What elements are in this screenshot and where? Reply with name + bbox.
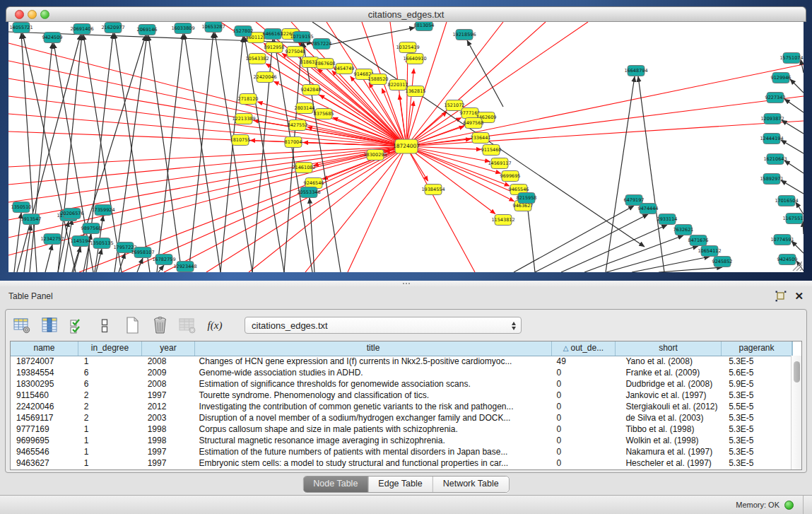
table-cell[interactable]: de Silva et al. (2003): [614, 412, 720, 424]
graph-node[interactable]: 9227343: [765, 93, 786, 103]
graph-node[interactable]: 9897568: [81, 223, 102, 234]
table-cell[interactable]: Jankovic et al. (1997): [614, 390, 720, 401]
table-cell[interactable]: 0: [551, 457, 615, 469]
graph-node[interactable]: 15892971: [760, 174, 783, 185]
column-header-out-degree[interactable]: △out_de...: [552, 341, 616, 356]
graph-node[interactable]: 16782759: [152, 255, 175, 265]
table-selector-dropdown[interactable]: citations_edges.txt: [245, 317, 522, 334]
graph-node[interactable]: 2867608: [315, 59, 336, 69]
graph-node[interactable]: 8375685: [314, 109, 334, 119]
close-panel-icon[interactable]: ✕: [794, 290, 804, 303]
graph-node[interactable]: 9699695: [500, 171, 521, 182]
graph-node[interactable]: 14569117: [488, 158, 511, 169]
table-cell[interactable]: Corpus callosum shape and size in male p…: [195, 424, 551, 435]
table-row[interactable]: 977716911998Corpus callosum shape and si…: [11, 424, 791, 435]
graph-node[interactable]: 817004: [285, 137, 302, 148]
table-cell[interactable]: 5.3E-5: [720, 446, 791, 457]
graph-node[interactable]: 10654112: [698, 246, 721, 257]
graph-node[interactable]: 3913547: [21, 214, 42, 225]
memory-ok-indicator-icon[interactable]: [784, 501, 794, 510]
table-cell[interactable]: 1997: [142, 457, 195, 469]
graph-node[interactable]: 20691406: [70, 24, 93, 35]
column-header-name[interactable]: name: [11, 341, 78, 356]
table-cell[interactable]: Structural magnetic resonance image aver…: [195, 435, 551, 446]
table-row[interactable]: 946362711997Embryonic stem cells: a mode…: [11, 457, 791, 469]
graph-node[interactable]: 8471676: [688, 235, 709, 246]
column-header-pagerank[interactable]: pagerank: [722, 341, 792, 356]
table-cell[interactable]: Disruption of a novel member of a sodium…: [195, 412, 551, 424]
graph-node[interactable]: 7632621: [673, 225, 694, 235]
graph-node[interactable]: 19218596: [452, 30, 476, 40]
graph-node[interactable]: 10325419: [396, 42, 419, 53]
graph-node[interactable]: 8912958: [264, 42, 285, 53]
table-row[interactable]: 1830029562008Estimation of significance …: [11, 378, 791, 390]
table-cell[interactable]: 5.3E-5: [720, 435, 791, 446]
graph-node[interactable]: 10653287: [201, 22, 225, 33]
column-header-in-degree[interactable]: in_degree: [78, 341, 142, 356]
table-cell[interactable]: 6: [78, 378, 142, 390]
graph-node[interactable]: 14055721: [9, 23, 33, 33]
graph-node[interactable]: 12342757: [40, 234, 64, 245]
graph-node[interactable]: 12444194: [760, 134, 783, 144]
table-cell[interactable]: Estimation of the future numbers of pati…: [195, 446, 551, 457]
graph-node[interactable]: 6466161: [263, 29, 283, 40]
table-cell[interactable]: 1997: [142, 390, 195, 401]
graph-node[interactable]: 16033809: [171, 23, 194, 34]
delete-column-icon[interactable]: [151, 316, 169, 334]
table-cell[interactable]: 18724007: [11, 356, 78, 367]
table-cell[interactable]: Franke et al. (2009): [614, 367, 720, 378]
graph-node[interactable]: 10719155: [290, 32, 313, 42]
table-cell[interactable]: 2: [78, 390, 142, 401]
panel-splitter[interactable]: [0, 281, 812, 286]
table-cell[interactable]: 0: [551, 367, 615, 378]
column-header-title[interactable]: title: [195, 341, 552, 356]
new-column-icon[interactable]: [123, 316, 141, 334]
scrollbar-thumb[interactable]: [794, 361, 800, 382]
graph-node[interactable]: 20553346: [297, 187, 320, 198]
graph-node[interactable]: 16640910: [403, 54, 426, 64]
table-cell[interactable]: 1: [78, 435, 142, 446]
network-window-titlebar[interactable]: citations_edges.txt: [6, 6, 806, 22]
table-cell[interactable]: 0: [551, 412, 615, 424]
graph-node[interactable]: 10543382: [245, 54, 269, 64]
float-panel-icon[interactable]: [775, 290, 787, 303]
table-cell[interactable]: 9463627: [11, 457, 78, 469]
graph-node[interactable]: 11543812: [491, 215, 514, 226]
graph-node[interactable]: 9424509: [42, 33, 63, 43]
table-cell[interactable]: 2008: [142, 378, 195, 390]
graph-node[interactable]: 21461082: [292, 163, 315, 173]
table-cell[interactable]: Nakamura et al. (1997): [614, 446, 720, 457]
graph-node[interactable]: 10774591: [770, 235, 794, 245]
table-cell[interactable]: 9699695: [11, 435, 78, 446]
graph-node[interactable]: 1145194: [71, 236, 91, 247]
graph-node[interactable]: 13505135: [90, 238, 113, 249]
table-cell[interactable]: 5.3E-5: [720, 356, 791, 367]
table-cell[interactable]: Genome-wide association studies in ADHD.: [195, 367, 551, 378]
table-cell[interactable]: 1: [78, 356, 142, 367]
graph-node[interactable]: 1362815: [406, 86, 426, 97]
tab-edge-table[interactable]: Edge Table: [368, 477, 433, 492]
table-cell[interactable]: 5.3E-5: [720, 457, 791, 469]
graph-node[interactable]: 9242848: [301, 85, 322, 95]
table-cell[interactable]: 22420046: [11, 401, 78, 412]
table-cell[interactable]: 1: [78, 424, 142, 435]
table-cell[interactable]: 2003: [142, 412, 195, 424]
table-cell[interactable]: 5.6E-5: [720, 367, 791, 378]
table-cell[interactable]: Embryonic stem cells: a model to study s…: [195, 457, 551, 469]
table-cell[interactable]: Hescheler et al. (1997): [614, 457, 720, 469]
table-cell[interactable]: 5.5E-5: [720, 401, 791, 412]
table-cell[interactable]: 2: [78, 401, 142, 412]
table-cell[interactable]: Wolkin et al. (1998): [614, 435, 720, 446]
table-mode-icon[interactable]: [13, 316, 31, 334]
graph-node[interactable]: 2336441: [471, 133, 491, 144]
graph-node[interactable]: 8215958: [517, 193, 537, 204]
graph-node[interactable]: 17016504: [775, 196, 798, 206]
table-cell[interactable]: 9777169: [11, 424, 78, 435]
table-cell[interactable]: 14569117: [11, 412, 78, 424]
table-cell[interactable]: 2008: [142, 356, 195, 367]
table-row[interactable]: 1938455462009Genome-wide association stu…: [11, 367, 791, 378]
graph-node[interactable]: 2933114: [657, 214, 678, 225]
table-cell[interactable]: 9465546: [11, 446, 78, 457]
graph-node[interactable]: 2803144: [295, 103, 315, 114]
graph-node[interactable]: 16210643: [763, 154, 787, 165]
